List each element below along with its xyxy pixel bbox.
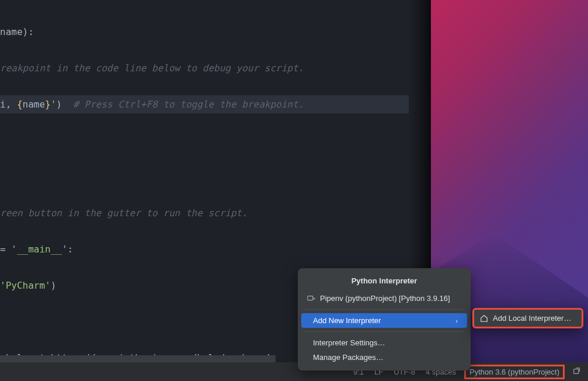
interpreter-settings-row[interactable]: Interpreter Settings…	[298, 335, 471, 350]
code-token: )	[56, 99, 62, 110]
svg-rect-0	[574, 369, 579, 373]
add-local-interpreter-button[interactable]: Add Local Interpreter…	[472, 308, 583, 328]
add-local-interpreter-label: Add Local Interpreter…	[493, 314, 571, 323]
current-interpreter-row[interactable]: Pipenv (pythonProject) [Python 3.9.16]	[298, 291, 471, 306]
code-token: i,	[0, 99, 17, 110]
interpreter-popup: Python Interpreter Pipenv (pythonProject…	[298, 268, 471, 370]
pipenv-icon	[307, 295, 315, 303]
chevron-right-icon: ›	[455, 317, 458, 324]
popup-separator	[304, 331, 465, 332]
interpreter-status[interactable]: Python 3.6 (pythonProject)	[464, 365, 565, 379]
home-icon	[480, 314, 488, 323]
horizontal-scrollbar[interactable]	[0, 355, 276, 362]
code-token: )	[51, 280, 57, 291]
status-bar: 9:1 LF UTF-8 4 spaces Python 3.6 (python…	[0, 362, 588, 381]
code-comment: reen button in the gutter to run the scr…	[0, 207, 248, 219]
code-token: ):	[23, 26, 34, 37]
add-new-interpreter-row[interactable]: Add New Interpreter ›	[301, 313, 467, 328]
popup-separator	[304, 309, 465, 310]
popup-title: Python Interpreter	[298, 274, 471, 291]
code-token: '	[51, 99, 57, 110]
manage-packages-row[interactable]: Manage Packages…	[298, 350, 471, 365]
current-interpreter-label: Pipenv (pythonProject) [Python 3.9.16]	[320, 294, 450, 303]
code-string: '__main__'	[11, 244, 67, 255]
code-token: =	[0, 244, 11, 255]
manage-packages-label: Manage Packages…	[313, 353, 384, 362]
code-comment: reakpoint in the code line below to debu…	[0, 63, 304, 74]
interpreter-settings-label: Interpreter Settings…	[313, 338, 385, 347]
code-token: {	[17, 99, 23, 110]
code-token: }	[45, 99, 51, 110]
popout-icon[interactable]	[573, 367, 581, 377]
code-token: name	[23, 99, 46, 110]
add-new-interpreter-label: Add New Interpreter	[313, 316, 381, 325]
code-token: name	[0, 26, 23, 37]
code-comment: # Press Ctrl+F8 to toggle the breakpoint…	[62, 99, 304, 110]
code-token: :	[68, 244, 74, 255]
svg-rect-1	[308, 296, 313, 300]
code-string: 'PyCharm'	[0, 280, 51, 291]
